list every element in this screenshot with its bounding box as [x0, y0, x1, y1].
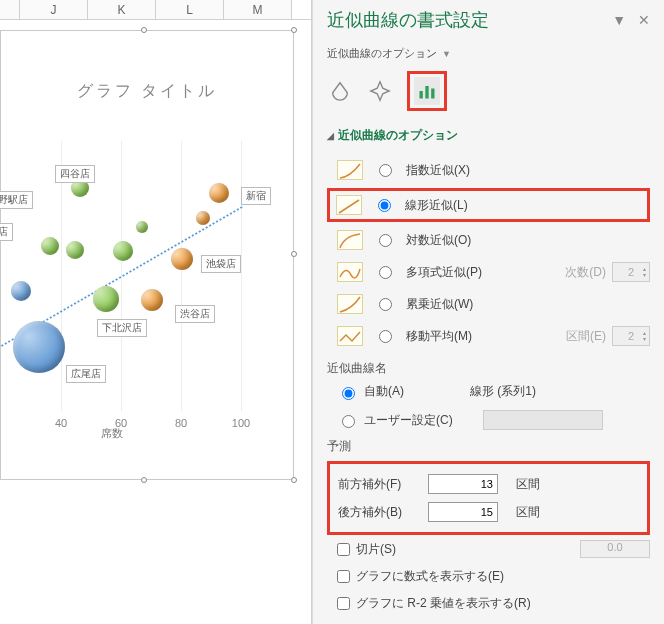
- movavg-curve-icon: [337, 326, 363, 346]
- data-label[interactable]: 渋谷店: [175, 305, 215, 323]
- exp-curve-icon: [337, 160, 363, 180]
- data-point-shibuya[interactable]: [141, 289, 163, 311]
- format-tabs: [327, 71, 650, 111]
- custom-name-input[interactable]: [483, 410, 603, 430]
- col-header[interactable]: [0, 0, 20, 19]
- radio-exponential[interactable]: [379, 164, 392, 177]
- chart-handle[interactable]: [291, 27, 297, 33]
- label-polynomial: 多項式近似(P): [406, 264, 482, 281]
- log-curve-icon: [337, 230, 363, 250]
- checkbox-show-r2[interactable]: [337, 597, 350, 610]
- radio-auto-name[interactable]: [342, 387, 355, 400]
- period-stepper[interactable]: 2: [612, 326, 650, 346]
- trend-type-power[interactable]: 累乗近似(W): [327, 288, 650, 320]
- svg-line-3: [339, 200, 359, 213]
- data-point[interactable]: [113, 241, 133, 261]
- trend-type-polynomial[interactable]: 多項式近似(P) 次数(D) 2: [327, 256, 650, 288]
- data-label[interactable]: 下北沢店: [97, 319, 147, 337]
- forward-unit: 区間: [516, 476, 540, 493]
- spreadsheet-chart-area: J K L M グラフ タイトル: [0, 0, 312, 624]
- data-label[interactable]: 新宿: [241, 187, 271, 205]
- chart-title[interactable]: グラフ タイトル: [1, 81, 293, 102]
- label-custom-name: ユーザー設定(C): [364, 412, 453, 429]
- col-header-m[interactable]: M: [224, 0, 292, 19]
- radio-power[interactable]: [379, 298, 392, 311]
- linear-curve-icon: [336, 195, 362, 215]
- section-label: 近似曲線のオプション: [338, 128, 458, 142]
- data-point[interactable]: [196, 211, 210, 225]
- radio-linear[interactable]: [378, 199, 391, 212]
- x-axis-label[interactable]: 席数: [0, 426, 293, 441]
- label-exponential: 指数近似(X): [406, 162, 470, 179]
- data-point-ikebukuro[interactable]: [171, 248, 193, 270]
- radio-logarithmic[interactable]: [379, 234, 392, 247]
- trend-type-linear[interactable]: 線形近似(L): [327, 188, 650, 222]
- forward-label: 前方補外(F): [338, 476, 418, 493]
- radio-custom-name[interactable]: [342, 415, 355, 428]
- backward-label: 後方補外(B): [338, 504, 418, 521]
- backward-input[interactable]: [428, 502, 498, 522]
- subheader-label: 近似曲線のオプション: [327, 47, 437, 59]
- data-point[interactable]: [41, 237, 59, 255]
- column-headers: J K L M: [0, 0, 311, 20]
- label-show-r2: グラフに R-2 乗値を表示する(R): [356, 595, 531, 612]
- effects-tab-icon[interactable]: [367, 78, 393, 104]
- label-show-equation: グラフに数式を表示する(E): [356, 568, 504, 585]
- trendline-name-section: 近似曲線名: [327, 360, 650, 377]
- degree-stepper[interactable]: 2: [612, 262, 650, 282]
- data-point[interactable]: [66, 241, 84, 259]
- power-curve-icon: [337, 294, 363, 314]
- data-point-hiroo[interactable]: [13, 321, 65, 373]
- checkbox-show-equation[interactable]: [337, 570, 350, 583]
- svg-rect-1: [425, 86, 428, 99]
- trend-type-exponential[interactable]: 指数近似(X): [327, 154, 650, 186]
- col-header-l[interactable]: L: [156, 0, 224, 19]
- pane-subheader[interactable]: 近似曲線のオプション ▼: [327, 46, 650, 61]
- chart-handle[interactable]: [291, 477, 297, 483]
- auto-name-value: 線形 (系列1): [470, 383, 610, 400]
- label-linear: 線形近似(L): [405, 197, 468, 214]
- data-point-shinjuku[interactable]: [209, 183, 229, 203]
- pane-dropdown-icon[interactable]: ▼: [612, 12, 626, 28]
- chart-handle[interactable]: [141, 27, 147, 33]
- data-label[interactable]: 広尾店: [66, 365, 106, 383]
- data-label[interactable]: 池袋店: [201, 255, 241, 273]
- data-label[interactable]: 上野駅店: [0, 191, 33, 209]
- fill-line-tab-icon[interactable]: [327, 78, 353, 104]
- label-movingavg: 移動平均(M): [406, 328, 472, 345]
- format-trendline-pane: 近似曲線の書式設定 ▼ ✕ 近似曲線のオプション ▼ ◢近似曲線のオプション 指…: [312, 0, 664, 624]
- data-point[interactable]: [11, 281, 31, 301]
- close-icon[interactable]: ✕: [638, 12, 650, 28]
- label-auto-name: 自動(A): [364, 383, 404, 400]
- chart[interactable]: グラフ タイトル 四谷店 上野駅店 町店 下北沢店: [0, 30, 294, 480]
- plot-area: 四谷店 上野駅店 町店 下北沢店 広尾店 渋谷店 池袋店 新宿 40 60 80…: [1, 141, 295, 411]
- pane-title: 近似曲線の書式設定: [327, 8, 489, 32]
- svg-rect-2: [431, 89, 434, 99]
- trend-type-logarithmic[interactable]: 対数近似(O): [327, 224, 650, 256]
- data-label[interactable]: 町店: [0, 223, 13, 241]
- chart-options-icon: [414, 77, 440, 105]
- radio-polynomial[interactable]: [379, 266, 392, 279]
- intercept-input[interactable]: 0.0: [580, 540, 650, 558]
- radio-movingavg[interactable]: [379, 330, 392, 343]
- label-power: 累乗近似(W): [406, 296, 473, 313]
- data-point[interactable]: [136, 221, 148, 233]
- checkbox-intercept[interactable]: [337, 543, 350, 556]
- forecast-section: 予測: [327, 438, 650, 455]
- col-header-k[interactable]: K: [88, 0, 156, 19]
- degree-label: 次数(D): [565, 264, 606, 281]
- label-intercept: 切片(S): [356, 541, 396, 558]
- data-label[interactable]: 四谷店: [55, 165, 95, 183]
- col-header-j[interactable]: J: [20, 0, 88, 19]
- backward-unit: 区間: [516, 504, 540, 521]
- svg-rect-0: [420, 91, 423, 99]
- forward-input[interactable]: [428, 474, 498, 494]
- trendline-options-tab[interactable]: [407, 71, 447, 111]
- section-trendline-options[interactable]: ◢近似曲線のオプション: [327, 127, 650, 144]
- chart-handle[interactable]: [141, 477, 147, 483]
- poly-curve-icon: [337, 262, 363, 282]
- forecast-highlight: 前方補外(F) 区間 後方補外(B) 区間: [327, 461, 650, 535]
- trend-type-movingavg[interactable]: 移動平均(M) 区間(E) 2: [327, 320, 650, 352]
- data-point-shimokita[interactable]: [93, 286, 119, 312]
- period-label: 区間(E): [566, 328, 606, 345]
